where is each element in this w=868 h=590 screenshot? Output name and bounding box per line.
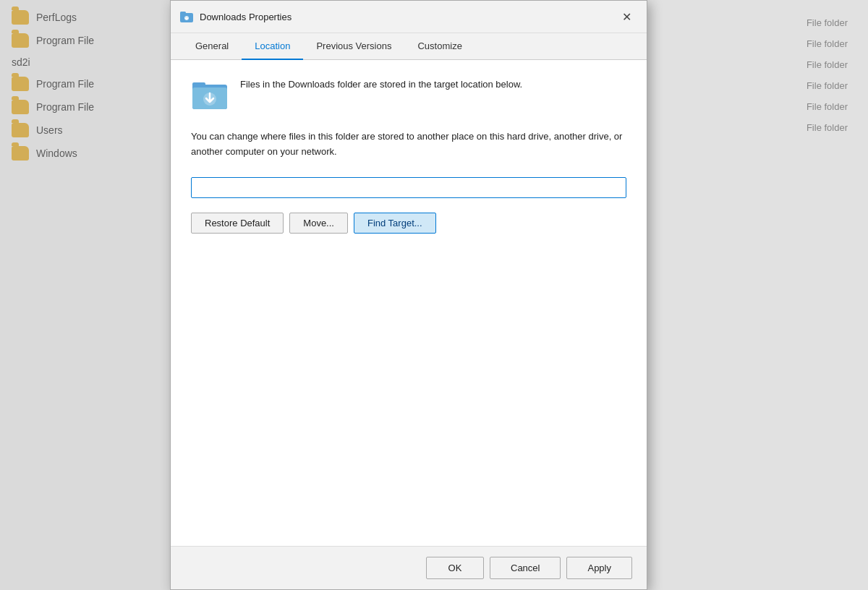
info-text: Files in the Downloads folder are stored… [240,77,522,92]
apply-button[interactable]: Apply [566,557,632,579]
path-input[interactable] [191,177,626,198]
info-section: Files in the Downloads folder are stored… [191,77,626,112]
dialog-title: Downloads Properties [200,12,615,22]
downloads-properties-dialog: Downloads Properties ✕ General Location … [170,0,647,590]
dialog-title-icon [179,9,194,24]
move-button[interactable]: Move... [289,213,348,234]
restore-default-button[interactable]: Restore Default [191,213,284,234]
find-target-button[interactable]: Find Target... [354,213,436,234]
action-button-row: Restore Default Move... Find Target... [191,213,626,234]
tab-previous-versions[interactable]: Previous Versions [303,33,404,60]
description-text: You can change where files in this folde… [191,129,626,160]
svg-rect-1 [180,12,186,14]
tab-bar: General Location Previous Versions Custo… [171,33,647,60]
close-button[interactable]: ✕ [615,7,638,27]
ok-button[interactable]: OK [426,557,484,579]
cancel-button[interactable]: Cancel [490,557,561,579]
dialog-footer: OK Cancel Apply [171,546,647,589]
tab-general[interactable]: General [182,33,242,60]
dialog-content: Files in the Downloads folder are stored… [171,60,647,546]
downloads-folder-icon [191,77,229,112]
tab-location[interactable]: Location [242,33,303,60]
tab-customize[interactable]: Customize [404,33,475,60]
svg-rect-4 [192,82,205,87]
title-bar: Downloads Properties ✕ [171,1,647,33]
